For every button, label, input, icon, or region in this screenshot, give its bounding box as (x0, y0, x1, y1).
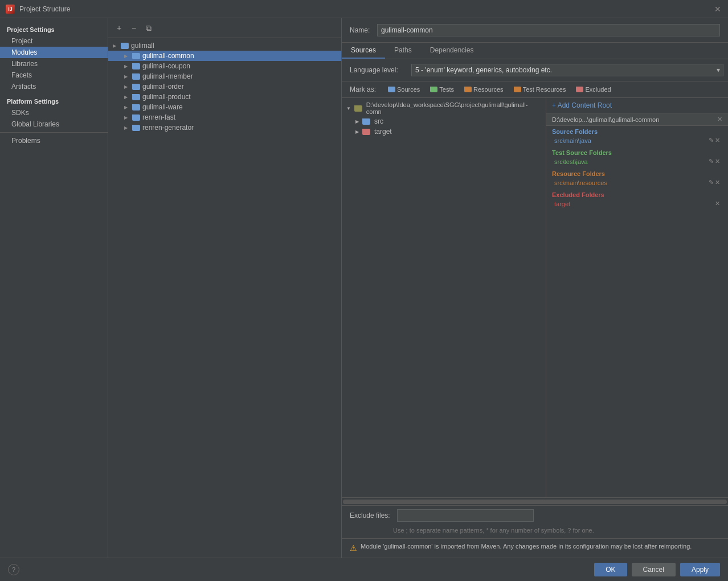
module-label: gulimall-ware (142, 103, 183, 111)
module-tree: ▶ gulimall ▶ gulimall-common ▶ gulimall-… (108, 38, 341, 558)
folder-icon (132, 125, 140, 131)
exclude-files-label: Exclude files: (350, 512, 392, 519)
tests-folder-icon (430, 87, 437, 92)
module-name-input[interactable] (377, 24, 720, 36)
sidebar-item-global-libraries[interactable]: Global Libraries (0, 118, 108, 130)
tree-item-gulimall-coupon[interactable]: ▶ gulimall-coupon (108, 61, 341, 71)
excluded-folder-item-0: target ✕ (552, 199, 722, 208)
edit-test-icon[interactable]: ✎ (709, 158, 714, 165)
main-content: Project Settings Project Modules Librari… (0, 18, 728, 558)
help-button[interactable]: ? (8, 564, 19, 575)
remove-test-icon[interactable]: ✕ (715, 158, 720, 165)
excluded-folders-title: Excluded Folders (552, 191, 722, 198)
mark-test-resources-button[interactable]: Test Resources (510, 85, 570, 94)
mark-sources-button[interactable]: Sources (385, 85, 423, 94)
module-label: gulimall-common (142, 52, 194, 60)
tab-dependencies[interactable]: Dependencies (421, 43, 483, 59)
sidebar-item-sdks[interactable]: SDKs (0, 107, 108, 118)
expand-arrow: ▶ (124, 125, 130, 130)
file-tree-target[interactable]: ▶ target (342, 126, 546, 137)
expand-arrow: ▶ (124, 74, 130, 79)
tree-item-gulimall-ware[interactable]: ▶ gulimall-ware (108, 102, 341, 112)
module-label: gulimall-product (142, 93, 191, 101)
excluded-folder-icon (576, 87, 583, 92)
resource-path-label: src\main\resources (554, 179, 607, 186)
copy-module-button[interactable]: ⧉ (142, 22, 155, 34)
remove-source-icon[interactable]: ✕ (715, 137, 720, 144)
module-config-panel: Name: Sources Paths Dependencies Languag… (342, 18, 728, 558)
name-row: Name: (342, 18, 728, 43)
resource-item-actions: ✎ ✕ (709, 179, 720, 186)
source-folder-item-0: src\main\java ✎ ✕ (552, 136, 722, 145)
action-buttons: OK Cancel Apply (594, 563, 720, 576)
tree-item-renren-fast[interactable]: ▶ renren-fast (108, 112, 341, 122)
bottom-bar: ? OK Cancel Apply (0, 558, 728, 581)
mark-excluded-button[interactable]: Excluded (572, 85, 614, 94)
expand-arrow: ▶ (113, 43, 118, 48)
test-resources-folder-icon (514, 87, 521, 92)
remove-module-button[interactable]: − (128, 22, 140, 34)
add-content-root-button[interactable]: + Add Content Root (546, 98, 728, 113)
exclude-files-input[interactable] (397, 509, 534, 522)
folder-icon (132, 104, 140, 111)
file-tree-root[interactable]: ▼ D:\develop\Idea_workspace\SGG\project\… (342, 100, 546, 116)
sidebar-item-artifacts[interactable]: Artifacts (0, 81, 108, 92)
module-label: gulimall-member (142, 72, 193, 80)
source-folders-section: Source Folders src\main\java ✎ ✕ (546, 126, 728, 147)
expand-arrow: ▶ (124, 95, 130, 100)
module-list-panel: + − ⧉ ▶ gulimall ▶ gulimall-common (108, 18, 342, 558)
sources-tab-content: Language level: 5 - 'enum' keyword, gene… (342, 59, 728, 558)
tree-item-gulimall[interactable]: ▶ gulimall (108, 40, 341, 51)
target-folder-icon (362, 129, 370, 135)
remove-excluded-icon[interactable]: ✕ (715, 200, 720, 207)
close-root-icon[interactable]: ✕ (717, 116, 722, 123)
source-item-actions: ✎ ✕ (709, 137, 720, 144)
remove-resource-icon[interactable]: ✕ (715, 179, 720, 186)
module-label: gulimall-order (142, 83, 184, 91)
tab-paths[interactable]: Paths (385, 43, 421, 59)
src-folder-icon (362, 118, 370, 125)
target-label: target (374, 128, 392, 136)
sidebar-item-libraries[interactable]: Libraries (0, 58, 108, 69)
language-level-select[interactable]: 5 - 'enum' keyword, generics, autoboxing… (411, 64, 723, 76)
test-item-actions: ✎ ✕ (709, 158, 720, 165)
mark-as-label: Mark as: (350, 85, 381, 93)
content-area: ▼ D:\develop\Idea_workspace\SGG\project\… (342, 98, 728, 497)
close-button[interactable]: ✕ (713, 5, 722, 14)
sidebar-item-problems[interactable]: Problems (0, 135, 108, 146)
collapse-arrow: ▼ (346, 106, 351, 111)
roots-panel: + Add Content Root D:\develop...\gulimal… (546, 98, 728, 497)
sidebar-item-project[interactable]: Project (0, 35, 108, 47)
ok-button[interactable]: OK (594, 563, 627, 576)
module-toolbar: + − ⧉ (108, 18, 341, 38)
tab-sources[interactable]: Sources (342, 43, 385, 59)
content-root-folder-icon (354, 105, 362, 112)
excluded-folders-section: Excluded Folders target ✕ (546, 189, 728, 210)
cancel-button[interactable]: Cancel (632, 563, 676, 576)
file-tree-src[interactable]: ▶ src (342, 116, 546, 126)
module-label: renren-generator (142, 124, 194, 132)
name-label: Name: (350, 26, 373, 34)
add-module-button[interactable]: + (113, 22, 125, 34)
tree-item-gulimall-product[interactable]: ▶ gulimall-product (108, 92, 341, 102)
mark-tests-button[interactable]: Tests (427, 85, 457, 94)
sidebar-item-facets[interactable]: Facets (0, 69, 108, 81)
resources-folder-icon (464, 87, 472, 92)
test-source-folders-section: Test Source Folders src\test\java ✎ ✕ (546, 147, 728, 168)
sidebar-item-modules[interactable]: Modules (0, 47, 108, 58)
excluded-item-actions: ✕ (715, 200, 720, 207)
tree-item-gulimall-order[interactable]: ▶ gulimall-order (108, 81, 341, 92)
apply-button[interactable]: Apply (680, 563, 720, 576)
tree-item-gulimall-member[interactable]: ▶ gulimall-member (108, 71, 341, 81)
edit-source-icon[interactable]: ✎ (709, 137, 714, 144)
title-bar: IJ Project Structure ✕ (0, 0, 728, 18)
mark-resources-button[interactable]: Resources (461, 85, 507, 94)
folder-icon (132, 94, 140, 100)
test-source-folder-item-0: src\test\java ✎ ✕ (552, 157, 722, 166)
tree-item-gulimall-common[interactable]: ▶ gulimall-common (108, 51, 341, 61)
excluded-path-label: target (554, 201, 570, 207)
file-tree-area: ▼ D:\develop\Idea_workspace\SGG\project\… (342, 98, 546, 497)
edit-resource-icon[interactable]: ✎ (709, 179, 714, 186)
tree-item-renren-generator[interactable]: ▶ renren-generator (108, 122, 341, 133)
horizontal-scrollbar[interactable] (342, 497, 728, 505)
